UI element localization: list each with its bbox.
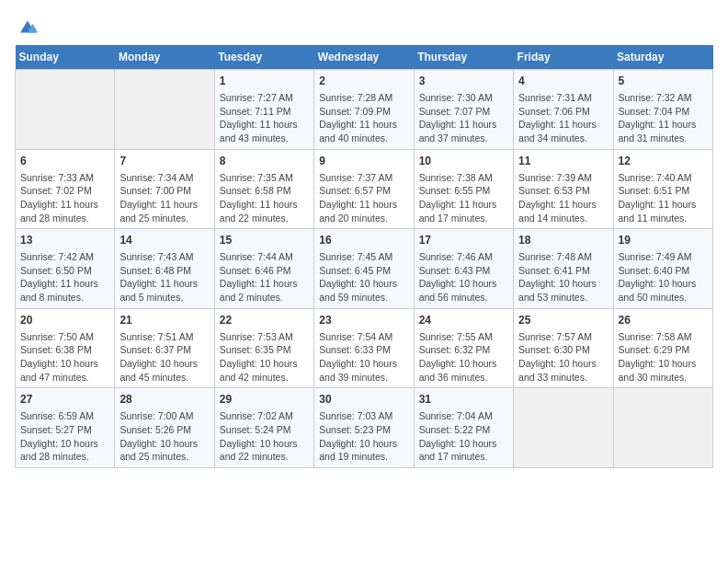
- day-info: Sunrise: 7:49 AM Sunset: 6:40 PM Dayligh…: [619, 250, 708, 304]
- day-number: 1: [220, 74, 309, 89]
- day-info: Sunrise: 7:46 AM Sunset: 6:43 PM Dayligh…: [419, 250, 508, 304]
- day-info: Sunrise: 6:59 AM Sunset: 5:27 PM Dayligh…: [20, 409, 109, 464]
- logo-text: [15, 15, 39, 38]
- calendar-cell: 3Sunrise: 7:30 AM Sunset: 7:07 PM Daylig…: [414, 70, 513, 150]
- calendar-cell: 25Sunrise: 7:57 AM Sunset: 6:30 PM Dayli…: [514, 308, 613, 388]
- day-number: 14: [119, 233, 209, 248]
- day-number: 12: [619, 154, 708, 169]
- calendar-cell: 16Sunrise: 7:45 AM Sunset: 6:45 PM Dayli…: [314, 229, 414, 309]
- header-row: SundayMondayTuesdayWednesdayThursdayFrid…: [16, 45, 713, 70]
- day-number: 27: [20, 392, 109, 408]
- day-info: Sunrise: 7:45 AM Sunset: 6:45 PM Dayligh…: [319, 250, 408, 304]
- day-number: 26: [619, 313, 708, 328]
- calendar-cell: 28Sunrise: 7:00 AM Sunset: 5:26 PM Dayli…: [115, 388, 214, 468]
- calendar-cell: 10Sunrise: 7:38 AM Sunset: 6:55 PM Dayli…: [414, 149, 513, 229]
- day-number: 21: [119, 313, 209, 328]
- day-info: Sunrise: 7:39 AM Sunset: 6:53 PM Dayligh…: [518, 171, 608, 225]
- day-number: 11: [518, 154, 608, 169]
- week-row-4: 20Sunrise: 7:50 AM Sunset: 6:38 PM Dayli…: [16, 308, 713, 388]
- day-number: 23: [319, 313, 408, 328]
- calendar-cell: 26Sunrise: 7:58 AM Sunset: 6:29 PM Dayli…: [613, 308, 712, 388]
- week-row-2: 6Sunrise: 7:33 AM Sunset: 7:02 PM Daylig…: [16, 149, 713, 229]
- calendar-cell: 6Sunrise: 7:33 AM Sunset: 7:02 PM Daylig…: [16, 149, 115, 229]
- calendar-cell: 12Sunrise: 7:40 AM Sunset: 6:51 PM Dayli…: [613, 149, 712, 229]
- calendar-cell: [16, 70, 115, 150]
- calendar-cell: 31Sunrise: 7:04 AM Sunset: 5:22 PM Dayli…: [414, 388, 513, 468]
- calendar-cell: 20Sunrise: 7:50 AM Sunset: 6:38 PM Dayli…: [16, 308, 115, 388]
- day-info: Sunrise: 7:48 AM Sunset: 6:41 PM Dayligh…: [518, 250, 608, 304]
- calendar-cell: 18Sunrise: 7:48 AM Sunset: 6:41 PM Dayli…: [514, 229, 613, 309]
- day-info: Sunrise: 7:38 AM Sunset: 6:55 PM Dayligh…: [419, 171, 508, 225]
- day-info: Sunrise: 7:53 AM Sunset: 6:35 PM Dayligh…: [220, 330, 309, 385]
- calendar-cell: 4Sunrise: 7:31 AM Sunset: 7:06 PM Daylig…: [514, 70, 613, 150]
- calendar-cell: 27Sunrise: 6:59 AM Sunset: 5:27 PM Dayli…: [16, 388, 115, 468]
- day-number: 19: [619, 233, 708, 248]
- day-number: 25: [518, 313, 608, 328]
- calendar-cell: 19Sunrise: 7:49 AM Sunset: 6:40 PM Dayli…: [613, 229, 712, 309]
- day-number: 30: [319, 392, 408, 408]
- header-day-monday: Monday: [115, 45, 214, 70]
- calendar-cell: 15Sunrise: 7:44 AM Sunset: 6:46 PM Dayli…: [214, 229, 313, 309]
- calendar-cell: 22Sunrise: 7:53 AM Sunset: 6:35 PM Dayli…: [214, 308, 313, 388]
- day-info: Sunrise: 7:43 AM Sunset: 6:48 PM Dayligh…: [119, 250, 209, 304]
- calendar-cell: 29Sunrise: 7:02 AM Sunset: 5:24 PM Dayli…: [214, 388, 313, 468]
- day-number: 31: [419, 392, 508, 408]
- day-info: Sunrise: 7:57 AM Sunset: 6:30 PM Dayligh…: [518, 330, 608, 385]
- logo: [15, 15, 39, 38]
- day-info: Sunrise: 7:33 AM Sunset: 7:02 PM Dayligh…: [20, 171, 109, 225]
- day-info: Sunrise: 7:04 AM Sunset: 5:22 PM Dayligh…: [419, 409, 508, 464]
- day-number: 24: [419, 313, 508, 328]
- logo-icon: [17, 16, 39, 38]
- day-info: Sunrise: 7:32 AM Sunset: 7:04 PM Dayligh…: [619, 91, 708, 145]
- day-info: Sunrise: 7:34 AM Sunset: 7:00 PM Dayligh…: [119, 171, 209, 225]
- day-number: 22: [220, 313, 309, 328]
- calendar-cell: [115, 70, 214, 150]
- day-number: 5: [619, 74, 708, 89]
- calendar-table: SundayMondayTuesdayWednesdayThursdayFrid…: [15, 45, 713, 468]
- day-info: Sunrise: 7:42 AM Sunset: 6:50 PM Dayligh…: [20, 250, 109, 304]
- calendar-cell: 30Sunrise: 7:03 AM Sunset: 5:23 PM Dayli…: [314, 388, 414, 468]
- calendar-cell: 13Sunrise: 7:42 AM Sunset: 6:50 PM Dayli…: [16, 229, 115, 309]
- calendar-cell: 17Sunrise: 7:46 AM Sunset: 6:43 PM Dayli…: [414, 229, 513, 309]
- day-number: 20: [20, 313, 109, 328]
- header-day-wednesday: Wednesday: [314, 45, 414, 70]
- day-info: Sunrise: 7:00 AM Sunset: 5:26 PM Dayligh…: [119, 409, 209, 464]
- day-number: 8: [220, 154, 309, 169]
- day-number: 7: [119, 154, 209, 169]
- day-number: 29: [220, 392, 309, 408]
- day-number: 15: [220, 233, 309, 248]
- day-info: Sunrise: 7:54 AM Sunset: 6:33 PM Dayligh…: [319, 330, 408, 385]
- header-day-thursday: Thursday: [414, 45, 513, 70]
- calendar-cell: 11Sunrise: 7:39 AM Sunset: 6:53 PM Dayli…: [514, 149, 613, 229]
- day-info: Sunrise: 7:03 AM Sunset: 5:23 PM Dayligh…: [319, 409, 408, 464]
- calendar-cell: 8Sunrise: 7:35 AM Sunset: 6:58 PM Daylig…: [214, 149, 313, 229]
- day-number: 18: [518, 233, 608, 248]
- header-day-sunday: Sunday: [16, 45, 115, 70]
- day-number: 10: [419, 154, 508, 169]
- day-number: 13: [20, 233, 109, 248]
- week-row-3: 13Sunrise: 7:42 AM Sunset: 6:50 PM Dayli…: [16, 229, 713, 309]
- day-number: 9: [319, 154, 408, 169]
- header-day-friday: Friday: [514, 45, 613, 70]
- day-info: Sunrise: 7:31 AM Sunset: 7:06 PM Dayligh…: [518, 91, 608, 145]
- calendar-cell: 24Sunrise: 7:55 AM Sunset: 6:32 PM Dayli…: [414, 308, 513, 388]
- day-info: Sunrise: 7:51 AM Sunset: 6:37 PM Dayligh…: [119, 330, 209, 385]
- calendar-cell: 14Sunrise: 7:43 AM Sunset: 6:48 PM Dayli…: [115, 229, 214, 309]
- calendar-cell: 2Sunrise: 7:28 AM Sunset: 7:09 PM Daylig…: [314, 70, 414, 150]
- day-number: 4: [518, 74, 608, 89]
- page-header: [15, 15, 713, 38]
- day-info: Sunrise: 7:28 AM Sunset: 7:09 PM Dayligh…: [319, 91, 408, 145]
- day-number: 17: [419, 233, 508, 248]
- day-info: Sunrise: 7:27 AM Sunset: 7:11 PM Dayligh…: [220, 91, 309, 145]
- day-info: Sunrise: 7:50 AM Sunset: 6:38 PM Dayligh…: [20, 330, 109, 385]
- header-day-tuesday: Tuesday: [214, 45, 313, 70]
- calendar-cell: 9Sunrise: 7:37 AM Sunset: 6:57 PM Daylig…: [314, 149, 414, 229]
- calendar-cell: [514, 388, 613, 468]
- header-day-saturday: Saturday: [613, 45, 712, 70]
- day-info: Sunrise: 7:44 AM Sunset: 6:46 PM Dayligh…: [220, 250, 309, 304]
- day-number: 16: [319, 233, 408, 248]
- day-info: Sunrise: 7:02 AM Sunset: 5:24 PM Dayligh…: [220, 409, 309, 464]
- day-info: Sunrise: 7:58 AM Sunset: 6:29 PM Dayligh…: [619, 330, 708, 385]
- calendar-cell: 7Sunrise: 7:34 AM Sunset: 7:00 PM Daylig…: [115, 149, 214, 229]
- day-info: Sunrise: 7:35 AM Sunset: 6:58 PM Dayligh…: [220, 171, 309, 225]
